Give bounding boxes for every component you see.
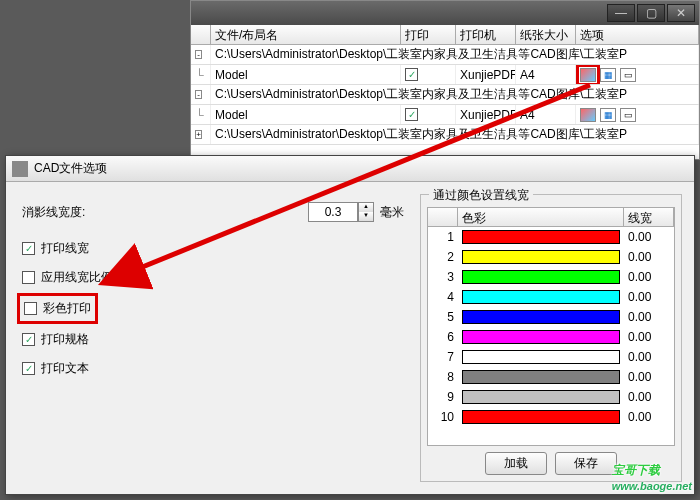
layout-icon[interactable]: ▦ bbox=[600, 68, 616, 82]
checkbox[interactable] bbox=[24, 302, 37, 315]
title-bar: — ▢ ✕ bbox=[191, 1, 699, 25]
checkbox-label: 打印规格 bbox=[41, 331, 89, 348]
color-table-header: 色彩 线宽 bbox=[427, 207, 675, 227]
checkbox[interactable]: ✓ bbox=[22, 333, 35, 346]
color-swatch[interactable] bbox=[462, 410, 620, 424]
checkbox-row: 应用线宽比例 bbox=[22, 269, 404, 286]
color-index: 3 bbox=[428, 269, 458, 285]
color-group-label: 通过颜色设置线宽 bbox=[429, 187, 533, 204]
cad-options-dialog: CAD文件选项 消影线宽度: ▲▼ 毫米 ✓ 打印线宽 应用线宽比例 彩色打印✓… bbox=[5, 155, 695, 495]
color-index: 9 bbox=[428, 389, 458, 405]
color-row[interactable]: 4 0.00 bbox=[428, 287, 674, 307]
checkbox-row: ✓ 打印线宽 bbox=[22, 240, 404, 257]
layout-icon[interactable]: ▦ bbox=[600, 108, 616, 122]
grid-header: 文件/布局名 打印 打印机 纸张大小 选项 bbox=[191, 25, 699, 45]
checkbox[interactable]: ✓ bbox=[22, 242, 35, 255]
col-print[interactable]: 打印 bbox=[401, 25, 456, 44]
tree-toggle-icon[interactable]: - bbox=[195, 50, 202, 59]
checkbox[interactable]: ✓ bbox=[22, 362, 35, 375]
color-row[interactable]: 7 0.00 bbox=[428, 347, 674, 367]
watermark: 宝哥下载 www.baoge.net bbox=[612, 454, 692, 492]
close-button[interactable]: ✕ bbox=[667, 4, 695, 22]
file-path: C:\Users\Administrator\Desktop\工装室内家具及卫生… bbox=[211, 45, 699, 64]
checkbox-row: 彩色打印 bbox=[22, 298, 93, 319]
maximize-button[interactable]: ▢ bbox=[637, 4, 665, 22]
linewidth-value[interactable]: 0.00 bbox=[624, 369, 674, 385]
color-row[interactable]: 5 0.00 bbox=[428, 307, 674, 327]
paper-cell[interactable]: A4 bbox=[516, 65, 576, 84]
printer-cell[interactable]: XunjiePDF bbox=[456, 65, 516, 84]
color-row[interactable]: 9 0.00 bbox=[428, 387, 674, 407]
col-options[interactable]: 选项 bbox=[576, 25, 699, 44]
tree-toggle-icon[interactable]: - bbox=[195, 90, 202, 99]
col-color: 色彩 bbox=[458, 208, 624, 226]
linewidth-value[interactable]: 0.00 bbox=[624, 229, 674, 245]
linewidth-value[interactable]: 0.00 bbox=[624, 329, 674, 345]
table-row[interactable]: + C:\Users\Administrator\Desktop\工装室内家具及… bbox=[191, 125, 699, 145]
color-index: 1 bbox=[428, 229, 458, 245]
color-row[interactable]: 8 0.00 bbox=[428, 367, 674, 387]
linewidth-value[interactable]: 0.00 bbox=[624, 409, 674, 425]
unit-label: 毫米 bbox=[380, 204, 404, 221]
linewidth-value[interactable]: 0.00 bbox=[624, 309, 674, 325]
save-button[interactable]: 保存 bbox=[555, 452, 617, 475]
table-row[interactable]: - C:\Users\Administrator\Desktop\工装室内家具及… bbox=[191, 85, 699, 105]
hidden-line-label: 消影线宽度: bbox=[22, 204, 308, 221]
color-row[interactable]: 1 0.00 bbox=[428, 227, 674, 247]
col-paper[interactable]: 纸张大小 bbox=[516, 25, 576, 44]
checkbox-label: 应用线宽比例 bbox=[41, 269, 113, 286]
color-swatch[interactable] bbox=[462, 250, 620, 264]
linewidth-value[interactable]: 0.00 bbox=[624, 269, 674, 285]
table-row[interactable]: - C:\Users\Administrator\Desktop\工装室内家具及… bbox=[191, 45, 699, 65]
file-path: C:\Users\Administrator\Desktop\工装室内家具及卫生… bbox=[211, 85, 699, 104]
color-table-body[interactable]: 1 0.002 0.003 0.004 0.005 0.006 0.007 0.… bbox=[427, 227, 675, 446]
load-button[interactable]: 加载 bbox=[485, 452, 547, 475]
color-swatch[interactable] bbox=[462, 330, 620, 344]
checkbox[interactable] bbox=[22, 271, 35, 284]
hidden-line-spinner[interactable]: ▲▼ bbox=[358, 202, 374, 222]
color-row[interactable]: 10 0.00 bbox=[428, 407, 674, 427]
color-swatch[interactable] bbox=[462, 310, 620, 324]
page-icon[interactable]: ▭ bbox=[620, 108, 636, 122]
table-row[interactable]: └ Model ✓ XunjiePDF A4 ▦ ▭ bbox=[191, 65, 699, 85]
linewidth-value[interactable]: 0.00 bbox=[624, 289, 674, 305]
minimize-button[interactable]: — bbox=[607, 4, 635, 22]
color-index: 4 bbox=[428, 289, 458, 305]
printer-cell[interactable]: XunjiePDF bbox=[456, 105, 516, 124]
color-index: 10 bbox=[428, 409, 458, 425]
color-row[interactable]: 3 0.00 bbox=[428, 267, 674, 287]
options-icon[interactable] bbox=[580, 108, 596, 122]
color-index: 2 bbox=[428, 249, 458, 265]
color-swatch[interactable] bbox=[462, 270, 620, 284]
dialog-title: CAD文件选项 bbox=[34, 160, 107, 177]
linewidth-value[interactable]: 0.00 bbox=[624, 249, 674, 265]
color-index: 7 bbox=[428, 349, 458, 365]
options-icon[interactable] bbox=[580, 68, 596, 82]
checkbox-row: ✓ 打印规格 bbox=[22, 331, 404, 348]
checkbox-label: 彩色打印 bbox=[43, 300, 91, 317]
color-swatch[interactable] bbox=[462, 230, 620, 244]
layout-name: Model bbox=[211, 65, 401, 84]
checkbox-label: 打印线宽 bbox=[41, 240, 89, 257]
print-checkbox[interactable]: ✓ bbox=[405, 68, 418, 81]
table-row[interactable]: └ Model ✓ XunjiePDF A4 ▦ ▭ bbox=[191, 105, 699, 125]
page-icon[interactable]: ▭ bbox=[620, 68, 636, 82]
dialog-icon bbox=[12, 161, 28, 177]
col-printer[interactable]: 打印机 bbox=[456, 25, 516, 44]
color-row[interactable]: 6 0.00 bbox=[428, 327, 674, 347]
linewidth-value[interactable]: 0.00 bbox=[624, 349, 674, 365]
color-swatch[interactable] bbox=[462, 370, 620, 384]
checkbox-label: 打印文本 bbox=[41, 360, 89, 377]
paper-cell[interactable]: A4 bbox=[516, 105, 576, 124]
col-filename[interactable]: 文件/布局名 bbox=[211, 25, 401, 44]
hidden-line-input[interactable] bbox=[308, 202, 358, 222]
print-checkbox[interactable]: ✓ bbox=[405, 108, 418, 121]
dialog-title-bar: CAD文件选项 bbox=[6, 156, 694, 182]
color-row[interactable]: 2 0.00 bbox=[428, 247, 674, 267]
linewidth-value[interactable]: 0.00 bbox=[624, 389, 674, 405]
color-swatch[interactable] bbox=[462, 390, 620, 404]
color-lineweight-group: 通过颜色设置线宽 色彩 线宽 1 0.002 0.003 0.004 0.005… bbox=[420, 194, 682, 482]
color-swatch[interactable] bbox=[462, 350, 620, 364]
tree-toggle-icon[interactable]: + bbox=[195, 130, 202, 139]
color-swatch[interactable] bbox=[462, 290, 620, 304]
